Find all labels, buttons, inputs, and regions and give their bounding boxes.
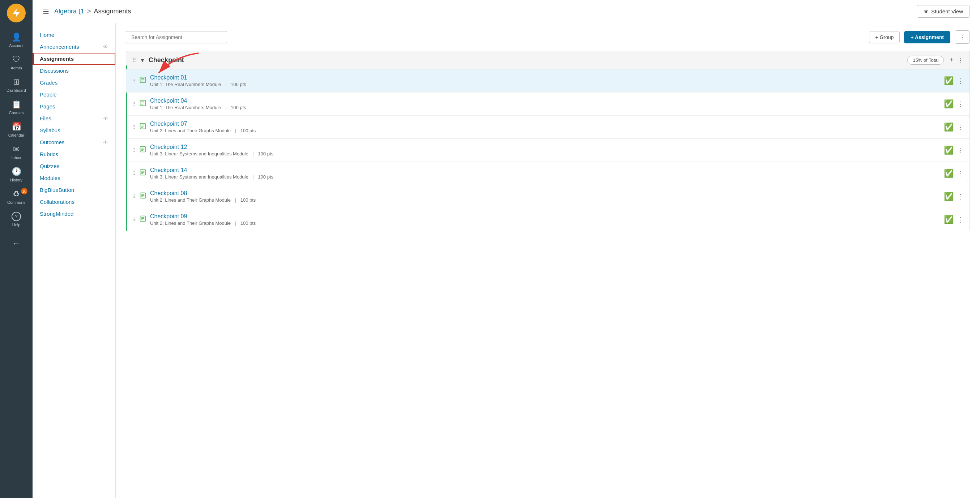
- assignment-more-button[interactable]: ⋮: [957, 146, 964, 154]
- sidebar-link-pages[interactable]: Pages: [33, 100, 115, 113]
- sidebar-link-announcements[interactable]: Announcements 👁: [33, 41, 115, 53]
- sidebar-link-collaborations[interactable]: Collaborations: [33, 196, 115, 208]
- table-row: ⠿ Checkpoint 04 Unit 1: The Real Numbers…: [126, 92, 969, 116]
- assignment-module: Unit 2: Lines and Their Graphs Module: [150, 220, 231, 226]
- assignment-published-icon[interactable]: ✅: [944, 192, 954, 201]
- assignment-more-button[interactable]: ⋮: [957, 216, 964, 224]
- sidebar-link-files[interactable]: Files 👁: [33, 113, 115, 124]
- add-group-label: + Group: [875, 34, 894, 40]
- sidebar-item-back[interactable]: ←: [0, 235, 33, 252]
- table-row: ⠿ Checkpoint 08 Unit 2: Lines and Their …: [126, 185, 969, 208]
- calendar-icon: 📅: [11, 122, 21, 132]
- student-view-button[interactable]: 👁 Student View: [917, 5, 970, 18]
- more-options-button[interactable]: ⋮: [955, 30, 970, 44]
- assignment-published-icon[interactable]: ✅: [944, 169, 954, 178]
- row-drag-handle[interactable]: ⠿: [132, 124, 135, 130]
- group-drag-handle[interactable]: ⠿: [132, 57, 136, 63]
- sidebar-item-help[interactable]: ? Help: [0, 208, 33, 231]
- assignment-points: 100 pts: [258, 174, 274, 179]
- assignment-content: Checkpoint 08 Unit 2: Lines and Their Gr…: [150, 190, 940, 203]
- assignment-published-icon[interactable]: ✅: [944, 215, 954, 224]
- breadcrumb-current: Assignments: [94, 8, 131, 15]
- sidebar-item-calendar[interactable]: 📅 Calendar: [0, 119, 33, 141]
- assignment-more-button[interactable]: ⋮: [957, 100, 964, 108]
- sidebar-link-discussions[interactable]: Discussions: [33, 65, 115, 77]
- assignment-published-icon[interactable]: ✅: [944, 122, 954, 132]
- assignment-title[interactable]: Checkpoint 12: [150, 144, 940, 150]
- assignment-title[interactable]: Checkpoint 04: [150, 98, 940, 104]
- assignment-type-icon: [139, 192, 146, 201]
- sidebar-link-rubrics[interactable]: Rubrics: [33, 148, 115, 160]
- sidebar-item-inbox[interactable]: ✉ Inbox: [0, 141, 33, 163]
- account-icon: 👤: [11, 33, 21, 42]
- outcomes-visibility-icon[interactable]: 👁: [103, 140, 108, 145]
- assignment-points: 100 pts: [240, 220, 256, 226]
- sidebar-link-people[interactable]: People: [33, 89, 115, 100]
- assignment-more-button[interactable]: ⋮: [957, 123, 964, 131]
- row-drag-handle[interactable]: ⠿: [132, 78, 135, 84]
- search-input[interactable]: [126, 31, 227, 43]
- assignment-type-icon: [139, 169, 146, 178]
- sidebar-item-dashboard[interactable]: ⊞ Dashboard: [0, 74, 33, 96]
- sidebar-link-grades[interactable]: Grades: [33, 77, 115, 89]
- files-visibility-icon[interactable]: 👁: [103, 116, 108, 121]
- assignment-points: 100 pts: [240, 197, 256, 203]
- group-more-button[interactable]: ⋮: [957, 56, 964, 64]
- table-row: ⠿ Checkpoint 07 Unit 2: Lines and Their …: [126, 116, 969, 139]
- sidebar-item-history[interactable]: 🕐 History: [0, 163, 33, 186]
- assignment-points: 100 pts: [258, 151, 274, 157]
- assignment-published-icon[interactable]: ✅: [944, 99, 954, 109]
- row-drag-handle[interactable]: ⠿: [132, 171, 135, 176]
- assignment-published-icon[interactable]: ✅: [944, 146, 954, 155]
- sidebar-item-commons[interactable]: ♻ 10 Commons: [0, 186, 33, 208]
- assignment-meta: Unit 2: Lines and Their Graphs Module | …: [150, 197, 940, 203]
- add-assignment-button[interactable]: + Assignment: [904, 31, 950, 43]
- sidebar-item-account[interactable]: 👤 Account: [0, 29, 33, 51]
- collaborations-link-label: Collaborations: [40, 199, 75, 205]
- inbox-label: Inbox: [11, 155, 21, 160]
- sidebar-link-strongminded[interactable]: StrongMinded: [33, 208, 115, 220]
- row-drag-handle[interactable]: ⠿: [132, 194, 135, 200]
- sidebar-link-home[interactable]: Home: [33, 29, 115, 41]
- assignment-title[interactable]: Checkpoint 08: [150, 190, 940, 197]
- modules-link-label: Modules: [40, 175, 60, 181]
- announcements-visibility-icon[interactable]: 👁: [103, 44, 108, 50]
- sidebar-link-outcomes[interactable]: Outcomes 👁: [33, 136, 115, 148]
- assignment-points: 100 pts: [231, 105, 246, 110]
- add-group-button[interactable]: + Group: [869, 31, 900, 43]
- table-row: ⠿ Checkpoint 01 Unit 1: The Real Numbers…: [126, 70, 969, 92]
- sidebar-item-courses[interactable]: 📋 Courses: [0, 96, 33, 119]
- courses-label: Courses: [9, 111, 24, 115]
- assignment-title[interactable]: Checkpoint 07: [150, 121, 940, 127]
- group-add-button[interactable]: +: [950, 56, 954, 64]
- assignment-content: Checkpoint 09 Unit 2: Lines and Their Gr…: [150, 213, 940, 226]
- assignment-type-icon: [139, 122, 146, 132]
- sidebar-item-admin[interactable]: 🛡 Admin: [0, 51, 33, 74]
- table-row: ⠿ Checkpoint 14 Unit 3: Linear Systems a…: [126, 162, 969, 185]
- assignment-content: Checkpoint 07 Unit 2: Lines and Their Gr…: [150, 121, 940, 133]
- group-chevron-icon[interactable]: ▼: [140, 57, 145, 63]
- commons-label: Commons: [7, 200, 25, 205]
- row-drag-handle[interactable]: ⠿: [132, 147, 135, 153]
- row-drag-handle[interactable]: ⠿: [132, 101, 135, 107]
- assignment-more-button[interactable]: ⋮: [957, 77, 964, 85]
- assignment-module: Unit 3: Linear Systems and Inequalities …: [150, 174, 248, 179]
- sidebar-link-syllabus[interactable]: Syllabus: [33, 124, 115, 136]
- hamburger-menu[interactable]: ☰: [43, 7, 49, 16]
- assignment-published-icon[interactable]: ✅: [944, 76, 954, 86]
- assignment-title[interactable]: Checkpoint 14: [150, 167, 940, 173]
- assignment-title[interactable]: Checkpoint 09: [150, 213, 940, 220]
- assignment-title[interactable]: Checkpoint 01: [150, 75, 940, 81]
- assignment-more-button[interactable]: ⋮: [957, 170, 964, 178]
- row-drag-handle[interactable]: ⠿: [132, 217, 135, 223]
- sidebar-link-quizzes[interactable]: Quizzes: [33, 160, 115, 172]
- app-logo[interactable]: [7, 4, 25, 22]
- breadcrumb-course-link[interactable]: Algebra (1: [54, 8, 84, 15]
- sidebar-link-modules[interactable]: Modules: [33, 172, 115, 184]
- sidebar-link-bigbluebutton[interactable]: BigBlueButton: [33, 184, 115, 196]
- sidebar-link-assignments[interactable]: Assignments: [33, 53, 115, 65]
- assignment-more-button[interactable]: ⋮: [957, 193, 964, 201]
- add-assignment-label: + Assignment: [910, 34, 944, 40]
- pages-link-label: Pages: [40, 103, 55, 109]
- assignment-meta: Unit 3: Linear Systems and Inequalities …: [150, 174, 940, 179]
